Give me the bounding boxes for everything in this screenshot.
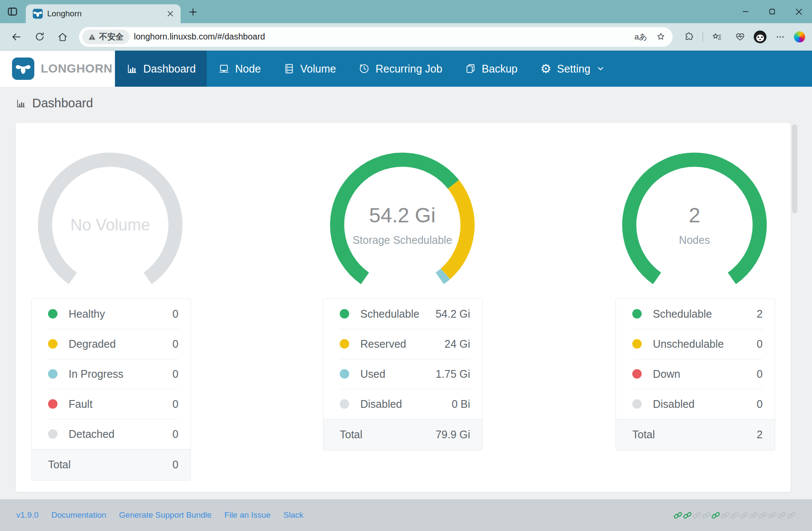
gauge-placeholder: No Volume — [70, 216, 150, 234]
nav-item-node[interactable]: Node — [207, 51, 272, 87]
row-label: Down — [653, 368, 757, 380]
row-value: 0 — [172, 398, 178, 410]
link-icon — [758, 511, 767, 520]
more-menu-icon[interactable] — [771, 27, 790, 46]
dashboard-icon — [15, 98, 27, 109]
row-value: 0 — [757, 368, 763, 380]
browser-essentials-icon[interactable] — [730, 27, 749, 46]
profile-avatar[interactable] — [754, 30, 767, 43]
nav-item-recurring-job[interactable]: Recurring Job — [347, 51, 453, 87]
footer-link-slack[interactable]: Slack — [284, 510, 303, 520]
yellow-dot — [340, 339, 349, 349]
volume-stats-table: Healthy0Degraded0In Progress0Fault0Detac… — [31, 298, 191, 480]
browser-tab[interactable]: Longhorn — [26, 4, 181, 23]
table-row: Schedulable54.2 Gi — [323, 299, 482, 329]
back-icon[interactable] — [7, 27, 26, 46]
row-label: In Progress — [69, 368, 172, 380]
row-label: Disabled — [653, 398, 757, 410]
site-security-chip[interactable]: 不安全 — [82, 30, 130, 44]
total-label: Total — [48, 458, 172, 471]
gear-icon: ⚙ — [540, 63, 552, 75]
tab-close-icon[interactable] — [164, 8, 176, 20]
nav-item-dashboard[interactable]: Dashboard — [115, 51, 207, 87]
new-tab-icon[interactable] — [186, 5, 200, 19]
nav-item-label: Node — [235, 63, 261, 75]
nav-item-label: Recurring Job — [375, 63, 442, 75]
table-row: Disabled0 Bi — [323, 389, 482, 419]
minimize-icon[interactable] — [732, 0, 759, 23]
nav-item-backup[interactable]: Backup — [453, 51, 528, 87]
link-icon — [702, 511, 711, 520]
nav-item-volume[interactable]: Volume — [272, 51, 347, 87]
home-icon[interactable] — [53, 27, 72, 46]
nav-item-setting[interactable]: ⚙Setting — [529, 51, 616, 87]
longhorn-logo-icon — [12, 58, 34, 80]
row-value: 0 Bi — [452, 398, 470, 410]
maximize-icon[interactable] — [759, 0, 785, 23]
main-nav: DashboardNodeVolumeRecurring JobBackup⚙S… — [115, 51, 812, 87]
total-value: 2 — [757, 428, 763, 441]
laptop-icon — [218, 63, 230, 75]
extensions-icon[interactable] — [679, 27, 698, 46]
chevron-down-icon — [596, 64, 605, 73]
table-row: Down0 — [616, 359, 775, 389]
row-value: 24 Gi — [444, 338, 470, 350]
row-value: 2 — [757, 308, 763, 320]
footer-link-generate-support-bundle[interactable]: Generate Support Bundle — [119, 510, 212, 520]
toolbar-divider — [703, 32, 703, 42]
security-label: 不安全 — [99, 31, 124, 42]
footer-link-file-an-issue[interactable]: File an Issue — [224, 510, 271, 520]
address-bar[interactable]: 不安全 longhorn.linuxsb.com/#/dashboard aあ — [79, 27, 673, 47]
bar-chart-icon — [126, 63, 138, 75]
node-gauge-value: 2 — [689, 203, 700, 227]
longhorn-favicon — [33, 9, 43, 19]
close-window-icon[interactable] — [785, 0, 812, 23]
tab-title: Longhorn — [47, 9, 160, 18]
storage-stats-table: Schedulable54.2 GiReserved24 GiUsed1.75 … — [323, 298, 483, 450]
table-total-row: Total2 — [616, 419, 775, 450]
link-icon — [777, 511, 786, 520]
link-icon — [768, 511, 777, 520]
total-value: 0 — [172, 458, 178, 471]
yellow-dot — [48, 339, 57, 349]
copilot-icon[interactable] — [794, 31, 805, 42]
row-value: 0 — [172, 428, 178, 440]
table-total-row: Total0 — [32, 449, 190, 480]
row-value: 0 — [172, 308, 178, 320]
table-total-row: Total79.9 Gi — [323, 419, 482, 450]
table-row: In Progress0 — [32, 359, 190, 389]
green-dot — [340, 309, 349, 319]
link-icon — [740, 511, 749, 520]
app-header: LONGHORN DashboardNodeVolumeRecurring Jo… — [0, 51, 812, 87]
favorite-star-icon[interactable] — [653, 29, 668, 45]
longhorn-brand[interactable]: LONGHORN — [0, 51, 115, 87]
nav-item-label: Volume — [300, 63, 336, 75]
scrollbar-thumb[interactable] — [792, 124, 797, 213]
footer-link-documentation[interactable]: Documentation — [51, 510, 106, 520]
tab-actions-menu-icon[interactable] — [4, 3, 21, 20]
yellow-dot — [632, 339, 642, 349]
node-stats-table: Schedulable2Unschedulable0Down0Disabled0… — [616, 298, 775, 450]
row-label: Fault — [69, 398, 172, 410]
total-label: Total — [632, 428, 757, 441]
total-label: Total — [340, 428, 435, 441]
table-row: Schedulable2 — [616, 299, 775, 329]
link-icon — [692, 511, 701, 520]
storage-gauge-value: 54.2 Gi — [369, 203, 436, 227]
refresh-icon[interactable] — [30, 27, 49, 46]
green-dot — [48, 309, 57, 319]
red-dot — [48, 399, 57, 409]
row-label: Unschedulable — [653, 338, 757, 350]
table-row: Fault0 — [32, 389, 190, 419]
translate-icon[interactable]: aあ — [633, 29, 649, 45]
server-icon — [283, 63, 295, 75]
brand-name: LONGHORN — [41, 62, 112, 76]
table-row: Degraded0 — [32, 329, 190, 359]
favorites-bar-icon[interactable] — [707, 27, 726, 46]
table-row: Healthy0 — [32, 299, 190, 329]
version-text: v1.9.0 — [16, 510, 39, 520]
row-label: Disabled — [360, 398, 452, 410]
browser-toolbar: 不安全 longhorn.linuxsb.com/#/dashboard aあ — [0, 23, 812, 51]
gray-dot — [632, 399, 642, 409]
url-text: longhorn.linuxsb.com/#/dashboard — [134, 32, 629, 42]
